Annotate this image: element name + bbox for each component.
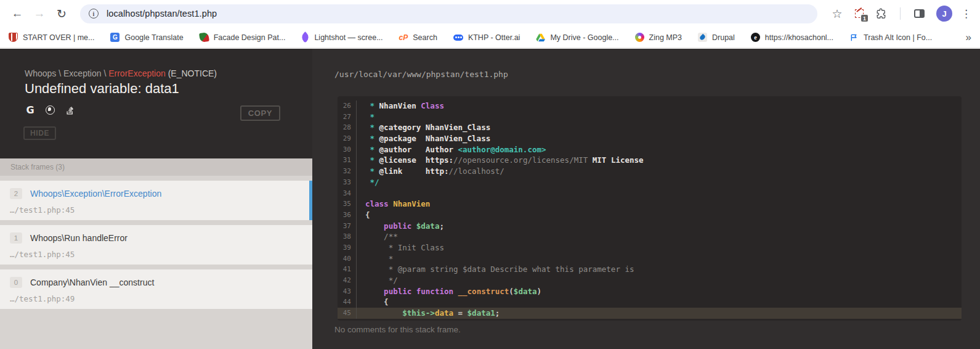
line-number: 41: [338, 264, 356, 275]
line-code: class NhanVien: [356, 199, 430, 210]
frame-index-badge: 2: [10, 188, 22, 199]
frame-title: Whoops\Run handleError: [30, 233, 128, 243]
bookmark-item[interactable]: Zing MP3: [635, 33, 682, 42]
line-number: 37: [338, 221, 356, 232]
code-line: 29 * @package NhanVien_Class: [338, 133, 962, 144]
line-number: 31: [338, 155, 356, 166]
bookmark-item[interactable]: START OVER | me...: [9, 33, 94, 42]
code-line: 34: [338, 188, 962, 199]
google-search-icon[interactable]: G: [25, 104, 36, 115]
guru-favicon-icon: [199, 32, 209, 43]
code-line: 28 * @category NhanVien_Class: [338, 122, 962, 133]
bookmark-label: Zing MP3: [649, 33, 682, 42]
bookmarks-overflow-chevron-icon[interactable]: »: [966, 31, 971, 44]
exception-severity: (E_NOTICE): [166, 68, 217, 78]
code-line: 26 * NhanVien Class: [338, 101, 962, 112]
line-code: [356, 188, 365, 199]
frame-index-badge: 1: [10, 232, 22, 244]
profile-avatar[interactable]: J: [936, 6, 952, 22]
line-number: 34: [338, 188, 356, 199]
code-block[interactable]: 26 * NhanVien Class27 *28 * @category Nh…: [338, 96, 962, 321]
line-number: 35: [338, 199, 356, 210]
code-line: 43 public function __construct($data): [338, 286, 962, 297]
line-number: 38: [338, 231, 356, 242]
bookmark-label: START OVER | me...: [23, 33, 94, 42]
crest-favicon-icon: [9, 33, 18, 42]
line-code: public function __construct($data): [356, 286, 541, 297]
line-code: {: [356, 210, 370, 221]
line-number: 29: [338, 133, 356, 144]
bookmark-label: Trash Alt Icon | Fo...: [864, 33, 932, 42]
stack-frames-list: 2Whoops\Exception\ErrorException…/test1.…: [0, 176, 312, 349]
back-arrow-icon[interactable]: ←: [9, 5, 26, 22]
line-number: 42: [338, 275, 356, 286]
code-line: 44 {: [338, 297, 962, 308]
bookmark-item[interactable]: Drupal: [698, 33, 735, 42]
drupal-favicon-icon: [698, 33, 707, 42]
line-code: * Init Class: [356, 242, 444, 253]
exception-message: Undefined variable: data1: [25, 81, 179, 97]
bookmark-label: Google Translate: [124, 33, 183, 42]
code-line: 40 *: [338, 253, 962, 265]
code-line: 37 public $data;: [338, 221, 962, 232]
stack-frames-header: Stack frames (3): [0, 158, 312, 176]
whoops-left-panel: Whoops \ Exception \ ErrorException (E_N…: [0, 49, 312, 349]
side-panel-icon[interactable]: [910, 5, 928, 22]
otter-favicon-icon: [453, 35, 463, 41]
bookmark-label: Drupal: [712, 33, 735, 42]
copy-button[interactable]: COPY: [240, 105, 280, 121]
extensions-puzzle-icon[interactable]: [873, 5, 890, 22]
code-line-highlighted: 45 $this->data = $data1;: [338, 308, 962, 319]
frame-index-badge: 0: [10, 277, 22, 288]
reload-icon[interactable]: ↻: [53, 5, 70, 22]
exception-header: Whoops \ Exception \ ErrorException (E_N…: [0, 49, 312, 158]
darke-favicon-icon: e: [751, 33, 760, 42]
stack-frame-item[interactable]: 1Whoops\Run handleError…/test1.php:45: [0, 225, 312, 265]
bookmark-item[interactable]: GGoogle Translate: [110, 33, 183, 42]
hide-button[interactable]: HIDE: [23, 126, 56, 140]
bookmark-star-icon[interactable]: ☆: [828, 5, 846, 22]
line-code: * @link http://localhost/: [356, 166, 504, 177]
stack-frame-item[interactable]: 2Whoops\Exception\ErrorException…/test1.…: [0, 181, 312, 220]
exception-class: ErrorException: [108, 68, 166, 78]
bookmark-label: Search: [413, 33, 437, 42]
code-line: 41 * @param string $data Describe what t…: [338, 264, 962, 275]
line-number: 28: [338, 122, 356, 133]
forward-arrow-icon[interactable]: →: [31, 5, 48, 22]
address-bar[interactable]: i localhost/phpstan/test1.php: [80, 4, 817, 23]
duckduckgo-search-icon[interactable]: [44, 104, 55, 115]
toolbar-divider: [900, 7, 901, 20]
extension-badge: 1: [861, 14, 869, 22]
bookmark-label: Lightshot — scree...: [314, 33, 383, 42]
bookmark-label: KTHP - Otter.ai: [468, 33, 520, 42]
line-number: 40: [338, 253, 356, 265]
search-links: G: [25, 104, 75, 115]
bookmark-item[interactable]: My Drive - Google...: [536, 33, 618, 42]
lightshot-extension-icon[interactable]: 1: [852, 6, 867, 21]
stackoverflow-search-icon[interactable]: [64, 104, 75, 115]
stack-frame-item[interactable]: 0Company\NhanVien __construct…/test1.php…: [0, 269, 312, 309]
code-line: 27 *: [338, 112, 962, 123]
bookmark-item[interactable]: KTHP - Otter.ai: [453, 33, 520, 42]
feather-favicon-icon: [300, 31, 311, 43]
page-info-icon[interactable]: i: [89, 9, 99, 18]
line-code: *: [356, 112, 375, 123]
bookmark-item[interactable]: Facade Design Pat...: [200, 33, 286, 42]
bookmark-item[interactable]: Lightshot — scree...: [301, 33, 383, 42]
whoops-page: Whoops \ Exception \ ErrorException (E_N…: [0, 49, 980, 349]
code-line: 38 /**: [338, 231, 962, 242]
line-number: 44: [338, 297, 356, 308]
line-code: * @author Author <author@domain.com>: [356, 144, 546, 155]
frame-title: Company\NhanVien __construct: [30, 277, 154, 287]
url-text[interactable]: localhost/phpstan/test1.php: [107, 9, 217, 18]
browser-toolbar: ← → ↻ i localhost/phpstan/test1.php ☆ 1 …: [0, 0, 980, 27]
line-code: /**: [356, 231, 398, 242]
bookmark-item[interactable]: ehttps://khosachonl...: [751, 33, 833, 42]
code-line: 35class NhanVien: [338, 199, 962, 210]
exception-breadcrumb: Whoops \ Exception \ ErrorException (E_N…: [25, 68, 217, 78]
line-code: *: [356, 253, 393, 265]
menu-kebab-icon[interactable]: ⋮: [958, 7, 974, 20]
bookmark-item[interactable]: cPSearch: [399, 33, 437, 42]
whoops-code-panel: /usr/local/var/www/phpstan/test1.php 26 …: [312, 49, 980, 349]
bookmark-item[interactable]: Trash Alt Icon | Fo...: [849, 33, 932, 42]
